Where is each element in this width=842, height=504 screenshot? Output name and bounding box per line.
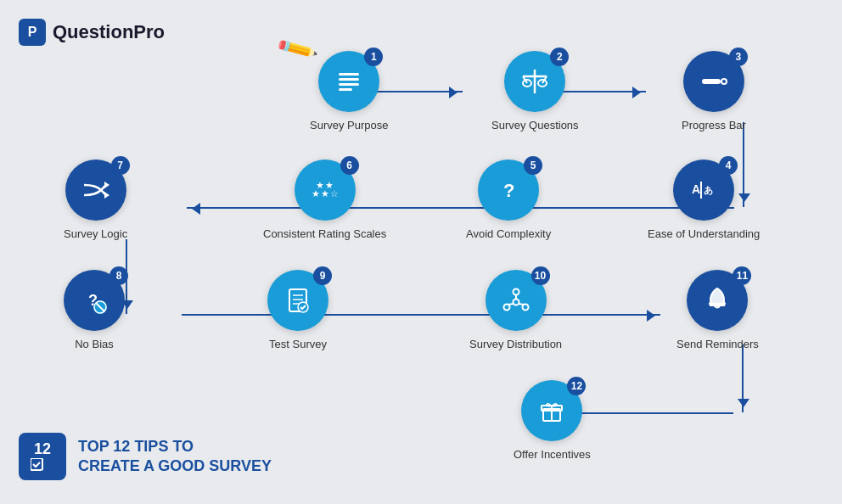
svg-rect-10 [702, 79, 721, 84]
step-3: 3 Progress Bar [682, 51, 746, 132]
svg-line-39 [519, 304, 524, 305]
svg-point-36 [513, 300, 519, 305]
arrow-row4-left [567, 412, 733, 414]
bell-icon [702, 285, 733, 316]
question-icon: ? [493, 175, 524, 205]
step-5-label: Avoid Complexity [466, 227, 551, 240]
svg-marker-22 [104, 182, 109, 188]
svg-rect-2 [339, 83, 359, 86]
circle-6: ★ ★ ☆ ★ ★ 6 [295, 160, 356, 221]
step-9: 9 Test Survey [267, 270, 328, 350]
svg-rect-0 [339, 73, 359, 76]
checkbox-icon [31, 458, 54, 472]
step-number-4: 4 [719, 156, 738, 175]
circle-10: 10 [486, 270, 547, 331]
step-11: 11 Send Reminders [676, 270, 759, 350]
svg-point-33 [513, 289, 519, 295]
step-2-label: Survey Questions [491, 119, 579, 132]
step-9-label: Test Survey [269, 338, 327, 350]
svg-line-38 [508, 304, 514, 305]
bottom-box: 12 TOP 12 TIPS TOCREATE A GOOD SURVEY [19, 433, 272, 480]
svg-point-12 [722, 80, 726, 83]
main-container: P QuestionPro ✏️ 1 Survey Purpose [0, 0, 842, 504]
distribution-icon [501, 285, 531, 316]
shuffle-icon [81, 175, 111, 205]
gift-icon [536, 395, 567, 426]
step-number-7: 7 [111, 156, 130, 175]
nobias-icon: ? [79, 285, 109, 316]
bottom-title: TOP 12 TIPS TOCREATE A GOOD SURVEY [78, 437, 272, 477]
step-12-label: Offer Incentives [514, 448, 591, 461]
step-10-label: Survey Distribution [469, 338, 562, 350]
svg-rect-3 [339, 88, 352, 91]
circle-9: 9 [267, 270, 328, 331]
circle-3: 3 [683, 51, 744, 112]
step-3-label: Progress Bar [682, 119, 746, 132]
testsurvey-icon [283, 285, 313, 316]
step-1: 1 Survey Purpose [310, 51, 389, 132]
step-10: 10 Survey Distribution [469, 270, 562, 350]
svg-text:あ: あ [704, 185, 713, 195]
step-2: 2 Survey Questions [491, 51, 579, 132]
scale-icon [519, 66, 550, 97]
logo-icon: P [19, 19, 46, 46]
step-5: ? 5 Avoid Complexity [466, 160, 551, 240]
circle-2: 2 [504, 51, 565, 112]
circle-12: 12 [521, 380, 582, 441]
step-number-9: 9 [313, 266, 332, 285]
circle-5: ? 5 [478, 160, 539, 221]
svg-text:★: ★ [316, 180, 324, 190]
arrow-row3-right [182, 314, 660, 316]
svg-text:A: A [692, 182, 700, 196]
circle-8: ? 8 [64, 270, 125, 331]
step-number-10: 10 [531, 266, 550, 285]
circle-1: 1 [318, 51, 379, 112]
step-number-8: 8 [109, 266, 128, 285]
translate-icon: A あ [688, 175, 719, 205]
list-icon [334, 66, 364, 97]
step-4-label: Ease of Understanding [648, 227, 760, 240]
step-8-label: No Bias [75, 338, 114, 350]
step-6: ★ ★ ☆ ★ ★ 6 Consistent Rating Scales [263, 160, 386, 240]
step-number-6: 6 [340, 156, 359, 175]
step-number-12: 12 [567, 377, 586, 395]
circle-7: 7 [65, 160, 126, 221]
logo: P QuestionPro [19, 19, 165, 46]
step-7: 7 Survey Logic [64, 160, 127, 240]
step-number-3: 3 [729, 48, 748, 66]
svg-text:★: ★ [325, 180, 334, 190]
step-7-label: Survey Logic [64, 227, 127, 240]
step-12: 12 Offer Incentives [514, 380, 591, 461]
step-number-2: 2 [550, 48, 569, 66]
svg-text:?: ? [503, 180, 514, 201]
step-1-label: Survey Purpose [310, 119, 389, 132]
step-4: A あ 4 Ease of Understanding [648, 160, 760, 240]
step-8: ? 8 No Bias [64, 270, 125, 350]
circle-11: 11 [687, 270, 748, 331]
arrow-11-down [742, 344, 744, 412]
step-11-label: Send Reminders [676, 338, 759, 350]
box-icon: 12 [19, 433, 66, 480]
svg-rect-43 [31, 458, 42, 470]
step-6-label: Consistent Rating Scales [263, 227, 386, 240]
step-number-1: 1 [364, 48, 383, 66]
circle-4: A あ 4 [673, 160, 734, 221]
stars-icon: ★ ★ ☆ ★ ★ [310, 175, 340, 205]
progress-icon [699, 66, 729, 97]
svg-marker-23 [104, 192, 109, 199]
step-number-5: 5 [524, 156, 542, 175]
box-number: 12 [34, 441, 51, 458]
logo-text: QuestionPro [53, 21, 165, 43]
svg-rect-1 [339, 78, 359, 81]
step-number-11: 11 [733, 266, 751, 285]
